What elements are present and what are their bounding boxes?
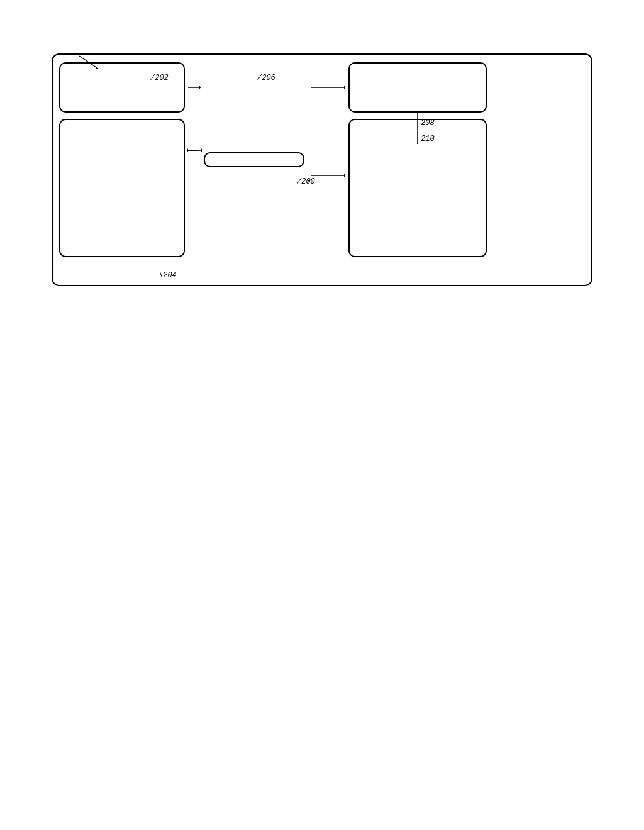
fig2-wrapper: /202 /206 xyxy=(52,53,592,286)
cache-user-box xyxy=(348,62,487,113)
middle-column xyxy=(191,62,317,257)
svg-marker-5 xyxy=(201,148,202,152)
right-column: 208 210 xyxy=(348,62,487,257)
ue-outer-box: /202 /206 xyxy=(52,53,592,286)
left-column xyxy=(59,62,185,257)
ref-200: /200 xyxy=(297,177,315,186)
page: /202 /206 xyxy=(0,0,644,830)
functions-box xyxy=(204,152,304,167)
supervising-data-box xyxy=(59,62,185,113)
svg-marker-15 xyxy=(344,174,345,177)
inner-layout: 208 210 xyxy=(59,62,585,257)
ref-204: \204 xyxy=(158,271,177,280)
svg-marker-3 xyxy=(199,86,201,89)
utran-title xyxy=(53,55,591,62)
svg-marker-9 xyxy=(344,86,345,89)
header xyxy=(38,19,606,28)
system-info-box xyxy=(59,119,185,257)
header-center xyxy=(312,19,331,28)
other-system-box xyxy=(348,119,487,257)
svg-marker-7 xyxy=(187,148,188,152)
